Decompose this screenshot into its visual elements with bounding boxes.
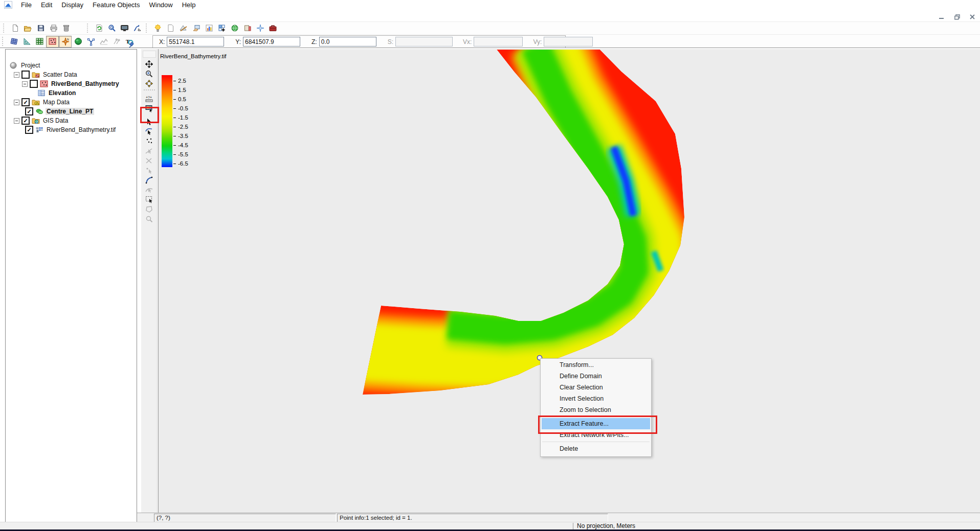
mesh-module-button[interactable] [8,36,20,48]
menu-display[interactable]: Display [57,0,88,10]
new-file-button[interactable] [9,22,21,34]
rotate-tool-button[interactable] [142,79,157,88]
select-arc-cursor-tool-button-disabled[interactable] [142,185,157,194]
effects-button[interactable] [254,22,266,34]
select-polygon-tool-button-disabled[interactable] [142,204,157,214]
pan-tool-button[interactable] [142,59,157,68]
tree-row-riverbend-bathymetry[interactable]: RiverBend_Bathymetry [6,79,137,88]
select-feature-arc-tool-button[interactable] [142,127,157,136]
checkbox-unchecked[interactable] [21,71,30,79]
triangle-module-button[interactable] [20,36,33,48]
checkbox-unchecked[interactable] [30,80,38,88]
refresh-display-tool-button[interactable] [142,104,157,113]
toolbox-button[interactable] [266,22,279,34]
display-options-button[interactable] [118,22,131,34]
menu-item-zoom-to-selection[interactable]: Zoom to Selection [542,404,650,415]
app-logo-icon [4,1,12,9]
pins-module-button-disabled[interactable] [110,36,123,48]
select-by-rectangle-tool-button[interactable] [142,195,157,204]
tree-expander[interactable] [14,72,19,78]
compass-module-button[interactable]: N [59,36,72,48]
grid-module-button[interactable] [33,36,46,48]
save-button[interactable] [34,22,47,34]
toolbox-icon [269,24,277,32]
tree-expander[interactable] [14,118,19,124]
menu-item-extract-network[interactable]: Extract Network w/Pits... [542,429,650,441]
create-arc-tool-button[interactable] [142,175,157,184]
mouse-coordinates-field: (?, ?) [154,514,336,522]
scatter-set-icon [40,80,48,87]
refresh-page-icon [95,24,103,32]
tree-row-project[interactable]: Project [6,61,137,70]
measure-tool-button[interactable]: +?+ [142,94,157,103]
grid-frame-button[interactable] [215,22,228,34]
tree-row-elevation[interactable]: Elevation [6,88,137,98]
vx-input[interactable] [474,37,523,47]
notes-button[interactable] [164,22,177,34]
menu-edit[interactable]: Edit [36,0,57,10]
checkbox-checked[interactable]: ✓ [25,126,33,134]
images-button[interactable] [241,22,254,34]
dock-pin-icon[interactable] [128,42,135,48]
curve-module-button-disabled[interactable] [97,36,110,48]
network-module-button[interactable] [84,36,97,48]
menu-item-clear-selection[interactable]: Clear Selection [542,382,650,393]
select-vertex-tool-button-disabled[interactable] [142,166,157,175]
web-button[interactable] [228,22,241,34]
sparkle-icon [256,24,264,32]
globe-module-button[interactable] [72,36,84,48]
y-input[interactable] [243,37,300,47]
select-scatter-points-tool-button[interactable] [142,136,157,146]
checkbox-checked[interactable]: ✓ [21,117,30,125]
tree-row-gis-data[interactable]: ✓ GIS Data [6,116,137,125]
print-button[interactable] [47,22,60,34]
menu-item-define-domain[interactable]: Define Domain [542,371,650,382]
menu-item-delete[interactable]: Delete [542,443,650,454]
checkbox-checked[interactable]: ✓ [21,98,30,106]
dynamic-view-button[interactable] [131,22,144,34]
menu-help[interactable]: Help [177,0,201,10]
coverage-icon [35,108,43,115]
vy-input[interactable] [544,37,593,47]
tree-row-map-data[interactable]: ✓ Map Data [6,98,137,107]
refresh-button[interactable] [93,22,105,34]
menu-feature-objects[interactable]: Feature Objects [88,0,145,10]
materials-button[interactable] [190,22,203,34]
light-options-button[interactable] [151,22,164,34]
s-input[interactable] [395,37,453,47]
drafting-button[interactable] [177,22,190,34]
application-window: File Edit Display Feature Objects Window… [0,0,980,531]
menu-bar: File Edit Display Feature Objects Window… [0,0,980,10]
menu-item-extract-feature[interactable]: Extract Feature... [542,418,650,429]
create-point-tool-button-disabled[interactable] [142,146,157,155]
menu-window[interactable]: Window [144,0,177,10]
x-input[interactable] [167,37,224,47]
curve-module-disabled-icon [99,37,108,46]
delete-button[interactable] [60,22,73,34]
menu-item-invert-selection[interactable]: Invert Selection [542,393,650,404]
tree-row-riverbend-tif[interactable]: ✓ RiverBend_Bathymetry.tif [6,125,137,134]
new-file-icon [11,24,19,32]
zoom-region-tool-button-disabled[interactable] [142,214,157,223]
menu-item-transform[interactable]: Transform... [542,359,650,371]
select-feature-point-tool-button[interactable] [142,117,157,126]
open-file-button[interactable] [21,22,34,34]
tree-row-scatter-data[interactable]: Scatter Data [6,70,137,79]
minimize-button[interactable] [935,12,948,21]
plot-wizard-button[interactable] [203,22,215,34]
close-button[interactable] [966,12,979,21]
zoom-extents-button[interactable]: Q [105,22,118,34]
tree-expander[interactable] [14,100,19,105]
create-line-tool-button-disabled[interactable] [142,156,157,165]
checkbox-checked[interactable]: ✓ [25,107,33,116]
tree-expander[interactable] [22,81,28,87]
materials-hand-icon [192,24,201,32]
scatter-folder-icon [32,71,40,78]
z-input[interactable] [319,37,376,47]
restore-button[interactable] [950,12,964,21]
tree-row-centre-line-pt[interactable]: ✓ Centre_Line_PT [6,107,137,116]
menu-file[interactable]: File [16,0,36,10]
zoom-tool-button[interactable] [142,69,157,78]
scatter-module-button[interactable] [46,36,59,48]
tree-label: RiverBend_Bathymetry [50,80,120,87]
